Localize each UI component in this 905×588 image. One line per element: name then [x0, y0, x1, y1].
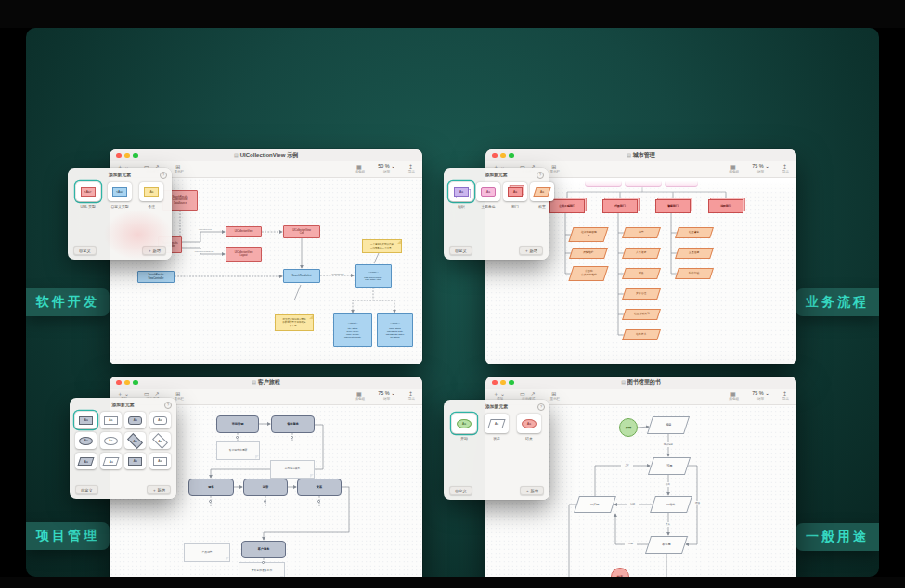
customize-button[interactable]: 自定义 [449, 246, 472, 255]
diagram-node[interactable]: 开始 [619, 418, 638, 437]
swatch-label: 结束 [525, 436, 533, 441]
diagram-node[interactable]: 运营 [243, 479, 288, 496]
add-new-button[interactable]: ＋ 新增 [142, 246, 166, 255]
diagram-node[interactable]: 运营 [622, 227, 661, 238]
diagram-node[interactable]: 特种行动 [675, 268, 714, 279]
palette-swatch[interactable]: Aa [75, 432, 97, 449]
add-element-palette: 添加新元素? Aa开始Aa状态Aa结束 自定义＋ 新增 [444, 400, 549, 500]
palette-swatch[interactable]: Aa科室 [530, 182, 554, 209]
palette-swatch[interactable]: Aa [124, 412, 147, 428]
palette-swatch[interactable]: <Aa>UML 类型 [73, 182, 102, 209]
help-icon[interactable]: ? [164, 402, 172, 409]
help-icon[interactable]: ? [160, 172, 167, 179]
diagram-node[interactable]: 人力资源 [622, 248, 661, 259]
diagram-node[interactable]: 已归还 [574, 496, 616, 513]
diagram-node[interactable]: 产品销售 [184, 543, 230, 562]
swatch-label: 科室 [538, 204, 546, 209]
diagram-node[interactable]: 灾害管理 [622, 288, 661, 300]
diagram-node[interactable]: UICollectionView Cell [283, 225, 320, 238]
palette-swatch[interactable]: Aa [124, 432, 147, 449]
doc-gray-swatch-icon: Aa [128, 457, 142, 466]
add-element-palette: 添加新元素? Aa组织Aa主要角色Aa部门Aa科室 自定义＋ 新增 [444, 168, 549, 260]
diagram-node[interactable]: 设施维护 [569, 248, 608, 259]
diagram-node[interactable]: 财政 [622, 268, 661, 279]
diagram-node[interactable]: 消防部门 [708, 199, 743, 213]
palette-swatch[interactable]: Aa开始 [449, 414, 479, 441]
add-new-button[interactable]: ＋ 新增 [520, 486, 544, 495]
add-new-button[interactable]: ＋ 新增 [147, 485, 171, 494]
palette-swatch[interactable]: Aa [100, 453, 123, 469]
diagram-node[interactable]: 交通巡逻 [675, 248, 714, 259]
diagram-node[interactable]: 安装 [297, 479, 342, 496]
diagram-node[interactable]: 销售 [188, 479, 234, 496]
add-element-palette: 添加新元素? AaAaAaAaAaAaAaAaAaAaAaAa 自定义＋ 新增 [70, 398, 176, 499]
edge-label: 归还 [627, 502, 639, 506]
diagram-node[interactable]: 不可用 [645, 536, 688, 554]
diagram-node[interactable]: 市场营销 [216, 415, 259, 433]
rect-white-swatch-icon: Aa [104, 416, 118, 425]
diagram-node[interactable]: 公共工程部门 [549, 199, 585, 213]
edge-label: 找回 [625, 542, 637, 546]
swatch-label: 状态 [493, 436, 500, 441]
diagram-node[interactable]: 客户需求和调研 [216, 441, 260, 460]
palette-swatch[interactable]: Aa结束 [514, 414, 544, 441]
diagram-node[interactable]: SearchResultsList [283, 269, 320, 283]
add-new-button[interactable]: ＋ 新增 [519, 246, 543, 255]
pill-pink-swatch-icon: Aa [481, 187, 496, 197]
diagram-node[interactable]: <<enum>> SearchResult case movie(Movie) … [355, 264, 392, 288]
diagram-node[interactable]: 已借出 [650, 496, 692, 513]
palette-swatch[interactable]: Aa [100, 412, 123, 428]
diagram-node[interactable]: UICollectionView [226, 226, 262, 237]
diagram-node[interactable]: 新文档会询问用户预期 的数据类型并选择相应 的布局。 [275, 314, 314, 331]
diagram-node[interactable]: <<struct>> Actor name: String dateOfBirt… [377, 313, 413, 347]
palette-title: 添加新元素 [112, 402, 135, 407]
round-white-swatch-icon: Aa [153, 416, 167, 425]
diagram-node[interactable]: 警察部门 [655, 199, 691, 213]
diagram-node[interactable]: <<struct>> Movie title: String genre: Ge… [333, 313, 372, 347]
palette-swatch[interactable]: Aa [149, 453, 172, 469]
diagram-node[interactable]: 社区警务 [675, 227, 714, 238]
tag-software-dev: 软件开发 [26, 288, 110, 316]
diagram-node[interactable] [665, 179, 698, 187]
diagram-node[interactable]: 售前服务 [271, 415, 315, 433]
palette-swatches: AaAaAaAaAaAaAaAaAaAaAaAa [70, 410, 176, 481]
palette-swatch[interactable]: Aa状态 [482, 414, 511, 441]
palette-swatch[interactable]: Aa [149, 432, 172, 449]
customize-button[interactable]: 自定义 [73, 246, 97, 255]
diagram-node[interactable]: 客户服务 [241, 541, 286, 558]
diagram-node[interactable]: 社区活动策划 [622, 309, 661, 320]
rect-gray-swatch-icon: Aa [79, 416, 93, 425]
customize-button[interactable]: 自定义 [449, 486, 472, 495]
palette-swatch[interactable]: Aa [75, 412, 97, 428]
diagram-node[interactable]: 编目 [647, 416, 690, 434]
diagram-node[interactable]: 可用 [648, 457, 691, 475]
diagram-node[interactable]: 行政部门 [602, 199, 638, 213]
tag-project-mgmt: 项目管理 [26, 522, 110, 550]
add-element-palette: 添加新元素? <Aa>UML 类型<Aa>自定义类型Aa备注 自定义＋ 新增 [68, 168, 172, 260]
palette-swatch[interactable]: Aa [100, 432, 123, 449]
palette-swatch[interactable]: Aa备注 [137, 182, 166, 209]
palette-swatch[interactable]: Aa组织 [449, 182, 473, 209]
box3d-red-swatch-icon: Aa [508, 187, 523, 197]
diagram-node[interactable]: 公园和 公共财产维护 [568, 266, 608, 281]
diagram-node[interactable]: 意向电话联系 [270, 460, 315, 479]
diagram-node[interactable]: 信息技术 [622, 329, 661, 340]
palette-swatch[interactable]: <Aa>自定义类型 [105, 182, 134, 209]
diagram-node[interactable]: 一个搜索结果可以代表 一部电影或一个演员。 [362, 239, 402, 253]
help-icon[interactable]: ? [537, 403, 545, 411]
palette-swatch[interactable]: Aa [124, 453, 147, 469]
ellipse-gray-swatch-icon: Aa [79, 437, 93, 445]
palette-swatch[interactable]: Aa部门 [503, 182, 527, 209]
para-white-swatch-icon: Aa [487, 419, 505, 428]
diagram-node[interactable]: 垃圾和回收服 务 [568, 227, 608, 242]
diagram-node[interactable]: UICollectionView Layout [226, 247, 262, 262]
diagram-node[interactable] [625, 179, 662, 187]
palette-swatch[interactable]: Aa主要角色 [476, 182, 500, 209]
diagram-node [317, 500, 320, 503]
palette-swatch[interactable]: Aa [75, 453, 97, 469]
customize-button[interactable]: 自定义 [75, 485, 98, 494]
palette-swatch[interactable]: Aa [149, 412, 172, 428]
help-icon[interactable]: ? [537, 172, 544, 179]
diagram-node[interactable] [585, 179, 622, 187]
diagram-node[interactable]: SearchResults ViewController [137, 271, 175, 283]
